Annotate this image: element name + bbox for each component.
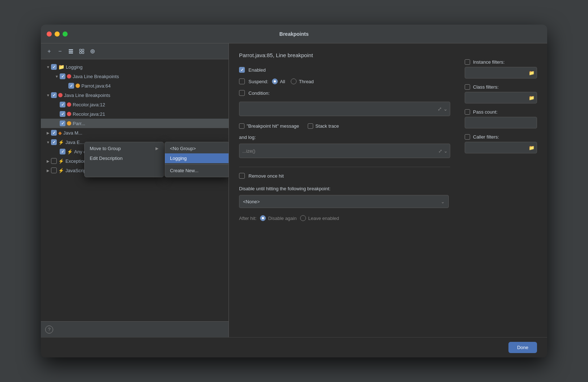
pass-count-input[interactable] — [465, 117, 537, 128]
toolbar: + − — [41, 43, 229, 59]
suspend-all-radio[interactable] — [272, 78, 278, 84]
condition-row: Condition: — [239, 90, 450, 96]
checkbox-recolor-21[interactable] — [60, 111, 65, 117]
diamond-icon: ◆ — [58, 130, 62, 136]
submenu-separator — [165, 164, 229, 165]
caller-filters-checkbox[interactable] — [465, 134, 470, 140]
disable-again-option[interactable]: Disable again — [260, 215, 297, 221]
checkbox-java-line-1[interactable] — [60, 73, 65, 79]
caller-filter-folder-icon: 📁 — [529, 145, 534, 150]
caller-filters-input[interactable]: 📁 — [465, 142, 537, 153]
tree-label-recolor-12: Recolor.java:12 — [73, 102, 105, 107]
submenu-no-group[interactable]: <No Group> — [165, 144, 229, 153]
tree-item-java-line-bp-2[interactable]: Java Line Breakpoints — [41, 90, 229, 100]
remove-breakpoint-button[interactable]: − — [56, 47, 64, 55]
close-button[interactable] — [47, 31, 52, 37]
suspend-checkbox[interactable] — [239, 78, 245, 84]
disable-label: Disable until hitting the following brea… — [239, 186, 450, 191]
instance-filters-checkbox[interactable] — [465, 59, 470, 65]
log-row: and log: — [239, 135, 450, 140]
checkbox-java-m[interactable] — [51, 130, 57, 136]
chevron-js-exception-bp — [45, 167, 51, 173]
traffic-lights — [47, 31, 68, 37]
maximize-button[interactable] — [63, 31, 68, 37]
condition-input[interactable]: ⤢ ⌄ — [239, 102, 450, 116]
red-dot-icon-2 — [58, 93, 63, 97]
tree-item-recolor-12[interactable]: Recolor.java:12 — [41, 100, 229, 109]
suspend-thread-option[interactable]: Thread — [291, 78, 314, 84]
tree-label-java-m: Java M... — [63, 130, 82, 136]
done-button[interactable]: Done — [508, 342, 537, 353]
checkbox-any-exception[interactable] — [60, 149, 65, 154]
checkbox-logging[interactable] — [51, 64, 57, 70]
after-hit-label: After hit: — [239, 216, 256, 221]
class-filters-input[interactable]: 📁 — [465, 92, 537, 103]
chevron-exception-bp — [45, 158, 51, 164]
suspend-thread-radio[interactable] — [291, 78, 297, 84]
tree-item-logging-group[interactable]: 📁 Logging — [41, 62, 229, 72]
checkbox-exception-bp[interactable] — [51, 158, 57, 164]
instance-filters-input[interactable]: 📁 — [465, 67, 537, 78]
checkbox-java-e[interactable] — [51, 139, 57, 145]
view-breakpoints-button[interactable] — [67, 47, 75, 55]
pass-count-checkbox[interactable] — [465, 109, 470, 115]
context-menu-move-to-group[interactable]: Move to Group ▶ — [85, 144, 163, 153]
filter-breakpoints-button[interactable] — [89, 47, 97, 55]
breakpoints-tree: 📁 Logging Java Line Breakpoints Parrot.j… — [41, 59, 229, 321]
help-button[interactable]: ? — [45, 326, 53, 334]
stack-trace-checkbox[interactable] — [308, 123, 313, 129]
leave-enabled-option[interactable]: Leave enabled — [300, 215, 339, 221]
svg-rect-1 — [69, 51, 73, 52]
pass-count-row: Pass count: — [465, 109, 537, 115]
suspend-label: Suspend: — [248, 79, 268, 84]
pass-count-label: Pass count: — [473, 109, 498, 115]
enabled-label: Enabled — [248, 67, 266, 73]
disable-again-radio[interactable] — [260, 215, 266, 221]
tree-item-recolor-21[interactable]: Recolor.java:21 — [41, 109, 229, 119]
class-filter-folder-icon: 📁 — [529, 95, 534, 101]
checkbox-recolor-12[interactable] — [60, 102, 65, 107]
checkbox-parrot-64[interactable] — [68, 83, 74, 89]
filter-folder-icon: 📁 — [529, 70, 534, 76]
instance-filters-item: Instance filters: 📁 — [465, 59, 537, 78]
breakpoint-hit-checkbox[interactable] — [239, 123, 244, 129]
condition-checkbox[interactable] — [239, 90, 245, 96]
red-dot-icon-recolor-12 — [67, 102, 71, 107]
group-breakpoints-button[interactable] — [78, 47, 86, 55]
caller-filters-row: Caller filters: — [465, 134, 537, 140]
suspend-all-option[interactable]: All — [272, 78, 285, 84]
remove-once-hit-label: Remove once hit — [248, 173, 284, 179]
log-expression-input[interactable]: ...ize() ⤢ ⌄ — [239, 144, 450, 158]
options-row: "Breakpoint hit" message Stack trace — [239, 123, 450, 129]
window-title: Breakpoints — [280, 31, 309, 37]
suspend-radio-group: All Thread — [272, 78, 314, 84]
red-dot-icon-recolor-21 — [67, 112, 71, 116]
dropdown-log-icon: ⌄ — [444, 148, 448, 154]
remove-once-hit-checkbox[interactable] — [239, 173, 245, 179]
breakpoint-hit-option: "Breakpoint hit" message — [239, 123, 299, 129]
left-panel-bottom-bar: ? — [41, 321, 229, 337]
context-menu-edit-description[interactable]: Edit Description — [85, 153, 163, 163]
after-hit-row: After hit: Disable again Leave enabled — [239, 215, 450, 221]
submenu-create-new[interactable]: Create New... — [165, 166, 229, 175]
enabled-checkbox[interactable] — [239, 67, 245, 73]
checkbox-js-exception-bp[interactable] — [51, 167, 57, 173]
leave-enabled-radio[interactable] — [300, 215, 306, 221]
class-filters-checkbox[interactable] — [465, 84, 470, 90]
checkbox-parrot-ctx[interactable] — [60, 120, 65, 126]
submenu-logging[interactable]: Logging — [165, 153, 229, 163]
log-area: and log: ...ize() ⤢ ⌄ — [239, 135, 450, 158]
instance-filters-label: Instance filters: — [473, 59, 504, 65]
tree-item-java-m[interactable]: ◆ Java M... — [41, 128, 229, 137]
context-menu: Move to Group ▶ Edit Description — [84, 142, 164, 177]
submenu-arrow-icon: ▶ — [155, 146, 158, 151]
red-dot-icon — [67, 74, 71, 78]
none-dropdown[interactable]: <None> ⌄ — [239, 195, 449, 208]
tree-item-parrot-ctx[interactable]: Parr... — [41, 119, 229, 128]
checkbox-java-line-2[interactable] — [51, 92, 57, 98]
tree-item-java-line-bp-1[interactable]: Java Line Breakpoints — [41, 72, 229, 81]
minimize-button[interactable] — [55, 31, 60, 37]
class-filters-row: Class filters: — [465, 84, 537, 90]
add-breakpoint-button[interactable]: + — [45, 47, 53, 55]
tree-item-parrot-64[interactable]: Parrot.java:64 — [41, 81, 229, 90]
